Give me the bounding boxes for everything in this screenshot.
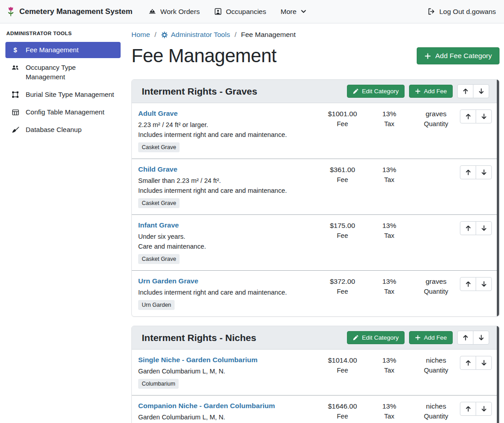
card-scrollbar[interactable] xyxy=(497,326,499,423)
fee-type-badge: Casket Grave xyxy=(138,142,180,152)
breadcrumb-admin-tools-link[interactable]: Administrator Tools xyxy=(161,31,230,39)
fee-tax-value: 13% xyxy=(366,277,413,286)
fee-quantity-stat: graves Quantity xyxy=(413,277,459,295)
fee-amount-value: $175.00 xyxy=(319,222,366,230)
fee-row: Single Niche - Garden Columbarium Garden… xyxy=(132,350,499,396)
move-fee-up-button[interactable] xyxy=(460,221,476,235)
fee-type-badge: Casket Grave xyxy=(138,198,180,208)
move-fee-down-button[interactable] xyxy=(476,165,492,179)
fee-name-link[interactable]: Single Niche - Garden Columbarium xyxy=(138,356,257,364)
move-category-up-button[interactable] xyxy=(457,331,473,345)
sidebar-item-fee-management[interactable]: $Fee Management xyxy=(5,42,121,58)
sidebar-item-config-table-management[interactable]: Config Table Management xyxy=(5,104,121,120)
card-scrollbar[interactable] xyxy=(497,80,499,316)
fee-quantity-label: Quantity xyxy=(413,120,459,127)
move-category-up-button[interactable] xyxy=(457,84,473,98)
move-fee-down-button[interactable] xyxy=(476,402,492,416)
edit-category-button[interactable]: Edit Category xyxy=(347,331,405,344)
add-fee-label: Add Fee xyxy=(424,88,447,95)
sidebar-item-occupancy-type-management[interactable]: Occupancy Type Management xyxy=(5,59,121,85)
fee-quantity-label: Quantity xyxy=(413,413,459,420)
fee-description: 2.23 m² / 24 ft² or larger. xyxy=(138,121,312,128)
move-fee-down-button[interactable] xyxy=(476,277,492,291)
fee-name-link[interactable]: Urn Garden Grave xyxy=(138,277,198,285)
add-fee-button[interactable]: Add Fee xyxy=(409,85,453,98)
fee-amount-stat: $1646.00 Fee xyxy=(319,402,366,420)
category-header: Interment Rights - Graves Edit Category … xyxy=(132,80,499,103)
nav-item-more[interactable]: More xyxy=(275,4,312,19)
breadcrumb-home-link[interactable]: Home xyxy=(131,31,150,39)
fee-description: Includes interment right and care and ma… xyxy=(138,289,312,296)
breadcrumb-admin-tools-label: Administrator Tools xyxy=(171,31,230,39)
move-fee-up-button[interactable] xyxy=(460,277,476,291)
fee-tax-label: Tax xyxy=(366,120,413,127)
fee-tax-label: Tax xyxy=(366,367,413,374)
frame-icon xyxy=(11,91,20,98)
fee-name-link[interactable]: Child Grave xyxy=(138,165,177,173)
move-fee-down-button[interactable] xyxy=(476,356,492,370)
fee-tax-value: 13% xyxy=(366,356,413,364)
arrow-down-icon xyxy=(481,169,487,176)
edit-category-button[interactable]: Edit Category xyxy=(347,85,405,98)
fee-quantity-value: graves xyxy=(413,277,459,286)
move-category-down-button[interactable] xyxy=(473,84,489,98)
fee-tax-stat: 13% Tax xyxy=(366,277,413,295)
nav-item-work-orders[interactable]: Work Orders xyxy=(143,4,205,19)
fee-tax-value: 13% xyxy=(366,110,413,118)
add-fee-category-button[interactable]: Add Fee Category xyxy=(417,47,500,64)
sidebar-item-burial-site-type-management[interactable]: Burial Site Type Management xyxy=(5,86,121,103)
fee-name-link[interactable]: Infant Grave xyxy=(138,221,179,229)
fee-quantity-label: Quantity xyxy=(413,288,459,295)
add-fee-button[interactable]: Add Fee xyxy=(409,331,453,344)
move-fee-down-button[interactable] xyxy=(476,109,492,123)
move-fee-down-button[interactable] xyxy=(476,221,492,235)
broom-icon xyxy=(11,126,20,134)
fee-amount-label: Fee xyxy=(319,232,366,239)
move-fee-up-button[interactable] xyxy=(460,402,476,416)
fee-tax-stat: 13% Tax xyxy=(366,165,413,183)
pencil-icon xyxy=(353,88,359,94)
app-brand[interactable]: Cemetery Management System xyxy=(6,6,132,17)
fee-quantity-stat: niches Quantity xyxy=(413,402,459,420)
fee-tax-stat: 13% Tax xyxy=(366,402,413,420)
fee-description: Includes interment right and care and ma… xyxy=(138,187,312,194)
fee-row: Companion Niche - Garden Columbarium Gar… xyxy=(132,396,499,423)
fee-amount-label: Fee xyxy=(319,413,366,420)
svg-text:$: $ xyxy=(14,46,17,54)
arrow-up-icon xyxy=(462,88,469,95)
main-content: Home / Administrator Tools / Fee Managem… xyxy=(126,23,504,423)
fee-row: Child Grave Smaller than 2.23 m² / 24 ft… xyxy=(132,159,499,215)
move-fee-up-button[interactable] xyxy=(460,165,476,179)
logout-icon xyxy=(428,8,435,15)
move-fee-up-button[interactable] xyxy=(460,109,476,123)
arrow-up-icon xyxy=(465,225,472,232)
plus-icon xyxy=(424,53,431,59)
add-fee-label: Add Fee xyxy=(424,334,447,341)
fee-tax-label: Tax xyxy=(366,288,413,295)
fee-tax-label: Tax xyxy=(366,232,413,239)
category-title: Interment Rights - Niches xyxy=(142,332,256,343)
breadcrumb-separator: / xyxy=(154,31,156,39)
fee-tax-value: 13% xyxy=(366,166,413,174)
move-category-down-button[interactable] xyxy=(473,331,489,345)
admin-sidebar: ADMINISTRATOR TOOLS $Fee ManagementOccup… xyxy=(0,23,126,423)
table-icon xyxy=(11,109,20,116)
nav-item-occupancies[interactable]: Occupancies xyxy=(209,4,272,19)
arrow-up-icon xyxy=(465,281,472,287)
fee-row: Infant Grave Under six years. Care and m… xyxy=(132,215,499,271)
sidebar-item-label: Occupancy Type Management xyxy=(26,63,115,82)
plus-icon xyxy=(415,88,421,94)
arrow-up-icon xyxy=(465,359,472,366)
fee-description: Care and maintenance. xyxy=(138,243,312,250)
sidebar-item-database-cleanup[interactable]: Database Cleanup xyxy=(5,122,121,138)
main-nav: Work OrdersOccupanciesMore xyxy=(143,4,312,19)
fee-amount-value: $361.00 xyxy=(319,166,366,174)
move-fee-up-button[interactable] xyxy=(460,356,476,370)
logout-label: Log Out d.gowans xyxy=(439,8,496,16)
logout-button[interactable]: Log Out d.gowans xyxy=(428,8,498,16)
fee-name-link[interactable]: Companion Niche - Garden Columbarium xyxy=(138,402,275,410)
fee-tax-stat: 13% Tax xyxy=(366,221,413,239)
fee-quantity-label: Quantity xyxy=(413,367,459,374)
fee-name-link[interactable]: Adult Grave xyxy=(138,109,178,118)
add-fee-category-label: Add Fee Category xyxy=(435,52,492,60)
